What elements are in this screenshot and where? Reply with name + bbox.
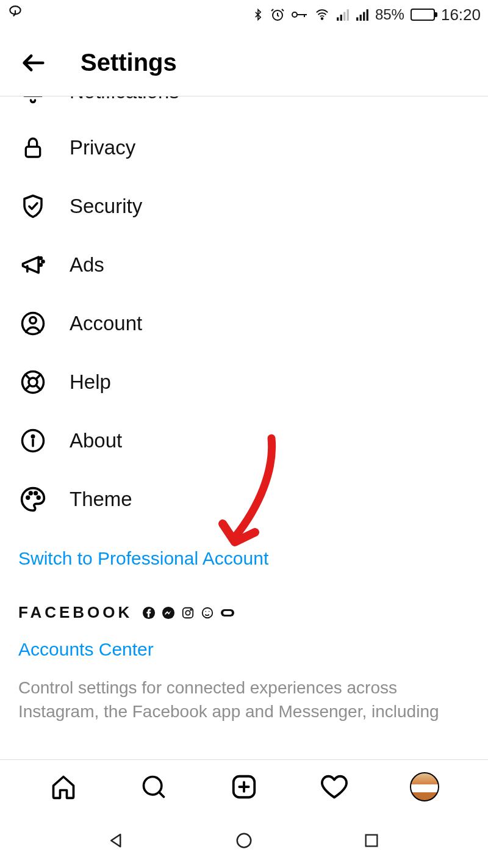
settings-item-about[interactable]: About: [0, 411, 488, 470]
signal-2-icon: [356, 8, 369, 21]
instagram-icon: [181, 606, 195, 620]
sys-home-button[interactable]: [233, 830, 255, 852]
status-right: 85% 16:20: [252, 5, 481, 24]
facebook-icon: [142, 606, 156, 620]
vpn-icon: [7, 5, 23, 24]
svg-rect-36: [366, 835, 378, 847]
settings-header: Settings: [0, 29, 488, 96]
settings-item-label: Ads: [70, 253, 104, 277]
settings-item-theme[interactable]: Theme: [0, 470, 488, 529]
svg-point-16: [30, 317, 37, 324]
key-icon: [291, 9, 308, 20]
oculus-icon: [220, 609, 235, 617]
nav-search[interactable]: [138, 772, 169, 802]
nav-create[interactable]: [229, 772, 259, 802]
clock: 16:20: [441, 5, 481, 24]
messenger-icon: [162, 606, 175, 620]
svg-point-28: [186, 610, 190, 615]
settings-item-label: Privacy: [70, 136, 135, 159]
settings-item-label: Notifications: [70, 96, 179, 103]
accounts-center-description: Control settings for connected experienc…: [0, 665, 488, 723]
sys-recent-button[interactable]: [361, 830, 382, 852]
alarm-icon: [270, 7, 285, 22]
settings-item-label: Theme: [70, 488, 132, 511]
svg-rect-6: [346, 9, 348, 21]
svg-rect-3: [337, 17, 339, 21]
facebook-section: FACEBOOK: [0, 588, 488, 622]
whatsapp-icon: [201, 606, 214, 620]
facebook-label: FACEBOOK: [18, 603, 132, 622]
svg-rect-8: [359, 15, 361, 21]
square-recent-icon: [363, 832, 380, 849]
svg-point-30: [203, 607, 213, 618]
status-left: [7, 5, 23, 24]
accounts-center-link[interactable]: Accounts Center: [0, 622, 488, 665]
bottom-nav: [0, 759, 488, 813]
svg-point-2: [321, 18, 323, 20]
settings-item-help[interactable]: Help: [0, 353, 488, 411]
settings-item-ads[interactable]: Ads: [0, 236, 488, 294]
svg-point-14: [40, 264, 41, 266]
settings-item-notifications[interactable]: Notifications: [0, 96, 488, 121]
heart-icon: [320, 773, 348, 801]
system-nav: [0, 813, 488, 868]
user-circle-icon: [20, 310, 46, 337]
status-bar: 85% 16:20: [0, 0, 488, 29]
battery-percent: 85%: [375, 6, 404, 23]
svg-rect-7: [356, 17, 358, 21]
nav-activity[interactable]: [319, 772, 350, 802]
palette-icon: [20, 486, 46, 513]
nav-profile[interactable]: [409, 772, 440, 802]
sys-back-button[interactable]: [106, 830, 127, 852]
settings-item-label: About: [70, 429, 122, 452]
svg-point-12: [40, 258, 41, 259]
page-title: Settings: [81, 49, 177, 76]
svg-rect-9: [363, 12, 365, 21]
lifebuoy-icon: [20, 369, 46, 396]
signal-1-icon: [336, 8, 350, 21]
settings-item-label: Security: [70, 195, 142, 218]
battery-icon: [411, 9, 435, 21]
plus-square-icon: [230, 773, 258, 801]
svg-point-1: [292, 12, 297, 17]
switch-professional-link[interactable]: Switch to Professional Account: [0, 529, 488, 588]
settings-item-security[interactable]: Security: [0, 177, 488, 236]
svg-rect-4: [340, 15, 342, 21]
svg-point-35: [237, 834, 251, 848]
nav-home[interactable]: [48, 772, 79, 802]
settings-item-label: Account: [70, 312, 142, 335]
settings-item-label: Help: [70, 371, 111, 394]
svg-point-18: [29, 378, 37, 386]
arrow-left-icon: [20, 49, 48, 77]
triangle-back-icon: [107, 831, 126, 850]
profile-avatar: [410, 772, 439, 801]
home-icon: [50, 773, 77, 800]
svg-point-24: [37, 496, 40, 499]
circle-home-icon: [235, 831, 253, 850]
lock-icon: [20, 134, 46, 161]
svg-point-23: [35, 492, 37, 494]
megaphone-icon: [20, 251, 46, 278]
settings-item-privacy[interactable]: Privacy: [0, 118, 488, 177]
svg-rect-10: [366, 9, 368, 21]
svg-rect-32: [223, 611, 232, 615]
settings-item-account[interactable]: Account: [0, 294, 488, 353]
svg-point-29: [190, 609, 192, 610]
svg-point-21: [27, 496, 29, 499]
bell-icon: [20, 96, 46, 105]
svg-point-13: [42, 261, 44, 262]
settings-content: Notifications Privacy Security: [0, 96, 488, 759]
settings-list: Privacy Security Ads: [0, 118, 488, 529]
back-button[interactable]: [18, 48, 49, 78]
svg-rect-11: [26, 146, 40, 157]
bluetooth-icon: [252, 7, 264, 22]
svg-point-22: [30, 492, 32, 494]
shield-check-icon: [20, 193, 46, 220]
facebook-apps-icons: [142, 606, 235, 620]
svg-rect-5: [343, 12, 345, 21]
svg-point-20: [32, 435, 34, 438]
search-icon: [140, 773, 167, 800]
wifi-icon: [314, 8, 330, 21]
info-icon: [20, 427, 46, 454]
